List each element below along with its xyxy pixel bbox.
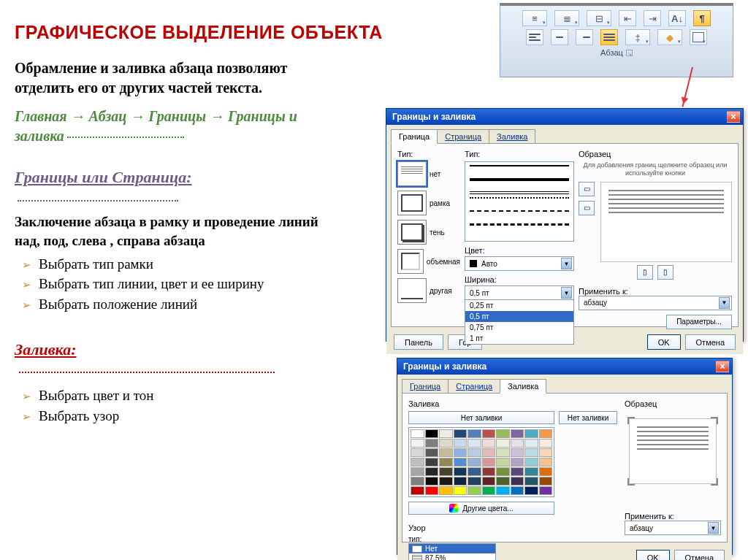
color-swatch[interactable] bbox=[482, 429, 496, 438]
color-swatch[interactable] bbox=[496, 448, 510, 457]
color-swatch[interactable] bbox=[454, 448, 468, 457]
color-swatch[interactable] bbox=[539, 439, 553, 448]
color-swatch[interactable] bbox=[439, 477, 453, 486]
align-justify-button[interactable] bbox=[600, 29, 618, 45]
color-swatch[interactable] bbox=[468, 477, 481, 486]
tab-shading[interactable]: Заливка bbox=[489, 129, 535, 143]
color-swatch[interactable] bbox=[468, 467, 481, 476]
tab-shading[interactable]: Заливка bbox=[500, 379, 546, 394]
color-swatch[interactable] bbox=[482, 486, 496, 495]
ok-button[interactable]: OK bbox=[647, 334, 681, 350]
dialog-launcher-icon[interactable] bbox=[626, 50, 633, 56]
color-swatch[interactable] bbox=[439, 448, 453, 457]
bullets-list-button[interactable]: ≡▾ bbox=[522, 10, 547, 26]
dialog-titlebar[interactable]: Границы и заливка × bbox=[386, 109, 743, 125]
color-swatch[interactable] bbox=[539, 467, 553, 476]
color-swatch[interactable] bbox=[524, 467, 538, 476]
shading-button[interactable]: ▾ bbox=[657, 29, 682, 45]
align-right-button[interactable] bbox=[576, 29, 593, 45]
show-marks-button[interactable]: ¶ bbox=[693, 10, 711, 26]
color-swatch[interactable] bbox=[411, 458, 424, 467]
color-swatch[interactable] bbox=[454, 429, 468, 438]
ok-button[interactable]: OK bbox=[636, 550, 670, 560]
preview-page[interactable] bbox=[600, 182, 732, 262]
color-swatch[interactable] bbox=[496, 458, 510, 467]
color-swatch[interactable] bbox=[454, 458, 468, 467]
color-swatch[interactable] bbox=[539, 477, 553, 486]
tab-page[interactable]: Страница bbox=[448, 379, 500, 393]
color-swatch[interactable] bbox=[524, 458, 538, 467]
color-swatch[interactable] bbox=[468, 486, 481, 495]
color-swatch[interactable] bbox=[524, 477, 538, 486]
color-swatch[interactable] bbox=[411, 439, 424, 448]
color-swatch[interactable] bbox=[468, 429, 481, 438]
color-swatch[interactable] bbox=[425, 448, 439, 457]
no-fill-button[interactable]: Нет заливки bbox=[408, 411, 554, 424]
color-swatch[interactable] bbox=[411, 477, 424, 486]
color-swatch[interactable] bbox=[411, 467, 424, 476]
color-swatch[interactable] bbox=[511, 448, 524, 457]
color-swatch[interactable] bbox=[425, 467, 439, 476]
color-swatch[interactable] bbox=[425, 486, 439, 495]
color-swatch[interactable] bbox=[496, 439, 510, 448]
width-option[interactable]: 1 пт bbox=[465, 333, 573, 344]
color-swatch[interactable] bbox=[411, 486, 424, 495]
applyto-combo[interactable]: абзацу▼ bbox=[579, 296, 732, 310]
color-swatch[interactable] bbox=[511, 467, 524, 476]
tab-page[interactable]: Страница bbox=[437, 129, 489, 143]
color-combo[interactable]: Авто ▼ bbox=[465, 256, 574, 271]
panel-button[interactable]: Панель bbox=[394, 334, 443, 350]
color-swatch[interactable] bbox=[425, 429, 439, 438]
color-swatch[interactable] bbox=[425, 439, 439, 448]
color-swatch[interactable] bbox=[454, 467, 468, 476]
border-right-button[interactable]: ▯ bbox=[657, 265, 673, 280]
line-style-list[interactable] bbox=[465, 161, 574, 242]
color-swatch[interactable] bbox=[439, 467, 453, 476]
borders-button[interactable]: ▾ bbox=[690, 29, 707, 45]
width-combo[interactable]: 0,5 пт▼ 0,25 пт 0,5 пт 0,75 пт 1 пт bbox=[465, 285, 574, 300]
color-swatch[interactable] bbox=[468, 439, 481, 448]
align-left-button[interactable] bbox=[526, 29, 543, 45]
color-swatch[interactable] bbox=[425, 477, 439, 486]
setting-3d[interactable]: объемная bbox=[397, 249, 460, 274]
color-swatch[interactable] bbox=[482, 467, 496, 476]
color-swatch[interactable] bbox=[539, 448, 553, 457]
color-swatch[interactable] bbox=[511, 458, 524, 467]
color-swatch[interactable] bbox=[468, 458, 481, 467]
color-swatch[interactable] bbox=[468, 448, 481, 457]
tab-border[interactable]: Граница bbox=[391, 129, 438, 144]
align-center-button[interactable] bbox=[551, 29, 568, 45]
decrease-indent-button[interactable]: ⇤ bbox=[619, 10, 636, 26]
tab-border[interactable]: Граница bbox=[402, 379, 449, 393]
color-swatch[interactable] bbox=[482, 477, 496, 486]
width-option[interactable]: 0,75 пт bbox=[465, 322, 573, 333]
no-fill-side[interactable]: Нет заливки bbox=[559, 411, 617, 424]
applyto-combo[interactable]: абзацу▼ bbox=[625, 521, 721, 535]
color-swatch[interactable] bbox=[539, 458, 553, 467]
cancel-button[interactable]: Отмена bbox=[685, 334, 736, 350]
color-swatch[interactable] bbox=[496, 477, 510, 486]
color-swatch[interactable] bbox=[454, 486, 468, 495]
color-swatch[interactable] bbox=[524, 439, 538, 448]
sort-button[interactable]: A↓ bbox=[668, 10, 686, 26]
multilevel-list-button[interactable]: ⊟▾ bbox=[587, 10, 611, 26]
border-bottom-button[interactable]: ▭ bbox=[579, 201, 595, 215]
width-option[interactable]: 0,5 пт bbox=[465, 311, 573, 322]
increase-indent-button[interactable]: ⇥ bbox=[644, 10, 661, 26]
color-swatch[interactable] bbox=[439, 429, 453, 438]
border-left-button[interactable]: ▯ bbox=[637, 265, 653, 280]
color-swatch[interactable] bbox=[511, 429, 524, 438]
color-swatch[interactable] bbox=[496, 486, 510, 495]
color-swatch[interactable] bbox=[454, 477, 468, 486]
color-swatch[interactable] bbox=[511, 439, 524, 448]
color-swatch[interactable] bbox=[439, 458, 453, 467]
dialog-titlebar[interactable]: Границы и заливка × bbox=[397, 358, 732, 375]
color-swatch[interactable] bbox=[511, 477, 524, 486]
color-swatch[interactable] bbox=[454, 439, 468, 448]
color-swatch[interactable] bbox=[524, 448, 538, 457]
pattern-list[interactable]: Нет 87,5% 90% 95% Темн. гориз. Темн. вер… bbox=[408, 543, 496, 560]
parameters-button[interactable]: Параметры... bbox=[666, 315, 732, 329]
setting-custom[interactable]: другая bbox=[397, 278, 460, 303]
color-swatch[interactable] bbox=[411, 448, 424, 457]
width-dropdown[interactable]: 0,25 пт 0,5 пт 0,75 пт 1 пт bbox=[465, 299, 574, 345]
